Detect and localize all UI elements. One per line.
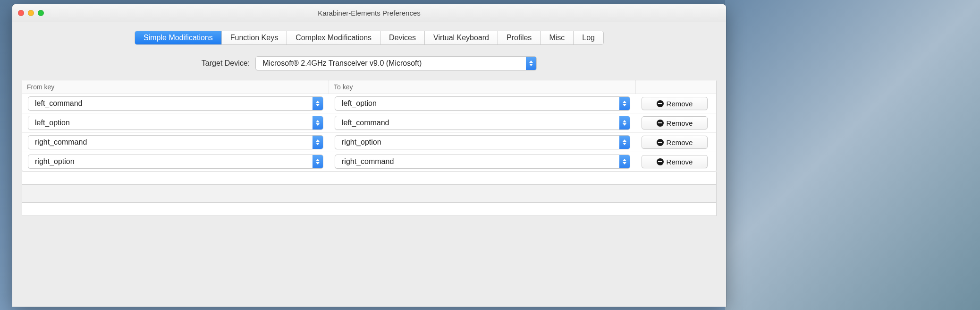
chevron-up-down-icon bbox=[619, 97, 630, 110]
table-row: right_option right_command Remove bbox=[22, 152, 716, 171]
chevron-up-down-icon bbox=[619, 116, 630, 129]
from-key-value: right_command bbox=[28, 138, 313, 146]
chevron-up-down-icon bbox=[313, 116, 323, 129]
from-key-select[interactable]: left_option bbox=[28, 116, 323, 130]
to-key-value: right_option bbox=[335, 138, 619, 146]
tab-log[interactable]: Log bbox=[574, 31, 603, 44]
from-key-value: right_option bbox=[28, 157, 313, 166]
table-footer-blank bbox=[22, 172, 717, 185]
target-device-value: Microsoft® 2.4GHz Transceiver v9.0 (Micr… bbox=[256, 59, 526, 68]
target-device-select[interactable]: Microsoft® 2.4GHz Transceiver v9.0 (Micr… bbox=[255, 56, 537, 70]
preferences-window: Karabiner-Elements Preferences Simple Mo… bbox=[12, 4, 726, 307]
remove-label: Remove bbox=[667, 138, 693, 146]
table-row: right_command right_option Remove bbox=[22, 133, 716, 152]
chevron-up-down-icon bbox=[313, 97, 323, 110]
to-key-select[interactable]: left_option bbox=[335, 96, 630, 111]
to-key-select[interactable]: right_option bbox=[335, 135, 630, 149]
tab-complex-modifications[interactable]: Complex Modifications bbox=[287, 31, 380, 44]
table-footer-blank bbox=[22, 203, 717, 216]
minus-icon bbox=[657, 139, 664, 146]
window-title: Karabiner-Elements Preferences bbox=[12, 9, 726, 17]
to-key-value: right_command bbox=[335, 157, 619, 166]
zoom-icon[interactable] bbox=[38, 10, 44, 16]
tabbar-container: Simple Modifications Function Keys Compl… bbox=[12, 22, 726, 45]
from-key-select[interactable]: right_command bbox=[28, 135, 323, 149]
remove-button[interactable]: Remove bbox=[642, 136, 708, 149]
close-icon[interactable] bbox=[18, 10, 24, 16]
remove-label: Remove bbox=[667, 100, 693, 108]
from-key-select[interactable]: left_command bbox=[28, 96, 323, 111]
column-actions bbox=[636, 80, 716, 94]
desktop-background bbox=[725, 0, 980, 310]
from-key-select[interactable]: right_option bbox=[28, 155, 323, 169]
chevron-up-down-icon bbox=[526, 57, 536, 70]
tab-profiles[interactable]: Profiles bbox=[498, 31, 541, 44]
remove-button[interactable]: Remove bbox=[642, 97, 708, 110]
table-header: From key To key bbox=[22, 80, 716, 94]
table-footer-stripe bbox=[22, 185, 717, 203]
target-device-label: Target Device: bbox=[202, 59, 250, 68]
tab-misc[interactable]: Misc bbox=[541, 31, 574, 44]
titlebar[interactable]: Karabiner-Elements Preferences bbox=[12, 4, 726, 22]
tab-virtual-keyboard[interactable]: Virtual Keyboard bbox=[425, 31, 498, 44]
window-controls bbox=[12, 10, 44, 16]
modifications-table: From key To key left_command left_option bbox=[22, 80, 717, 172]
tab-devices[interactable]: Devices bbox=[380, 31, 425, 44]
tabbar: Simple Modifications Function Keys Compl… bbox=[135, 31, 604, 45]
target-device-row: Target Device: Microsoft® 2.4GHz Transce… bbox=[12, 45, 726, 80]
from-key-value: left_option bbox=[28, 119, 313, 127]
remove-label: Remove bbox=[667, 119, 693, 127]
chevron-up-down-icon bbox=[619, 155, 630, 168]
chevron-up-down-icon bbox=[619, 136, 630, 149]
to-key-select[interactable]: right_command bbox=[335, 155, 630, 169]
column-to-key: To key bbox=[329, 80, 636, 94]
to-key-value: left_option bbox=[335, 99, 619, 108]
chevron-up-down-icon bbox=[313, 136, 323, 149]
tab-function-keys[interactable]: Function Keys bbox=[222, 31, 287, 44]
table-row: left_option left_command Remove bbox=[22, 113, 716, 133]
remove-button[interactable]: Remove bbox=[642, 116, 708, 129]
remove-button[interactable]: Remove bbox=[642, 155, 708, 168]
minus-icon bbox=[657, 100, 664, 107]
chevron-up-down-icon bbox=[313, 155, 323, 168]
minimize-icon[interactable] bbox=[28, 10, 34, 16]
column-from-key: From key bbox=[22, 80, 329, 94]
table-row: left_command left_option Remove bbox=[22, 94, 716, 113]
minus-icon bbox=[657, 158, 664, 165]
to-key-value: left_command bbox=[335, 119, 619, 127]
from-key-value: left_command bbox=[28, 99, 313, 108]
minus-icon bbox=[657, 120, 664, 127]
remove-label: Remove bbox=[667, 158, 693, 166]
tab-simple-modifications[interactable]: Simple Modifications bbox=[135, 31, 222, 44]
to-key-select[interactable]: left_command bbox=[335, 116, 630, 130]
